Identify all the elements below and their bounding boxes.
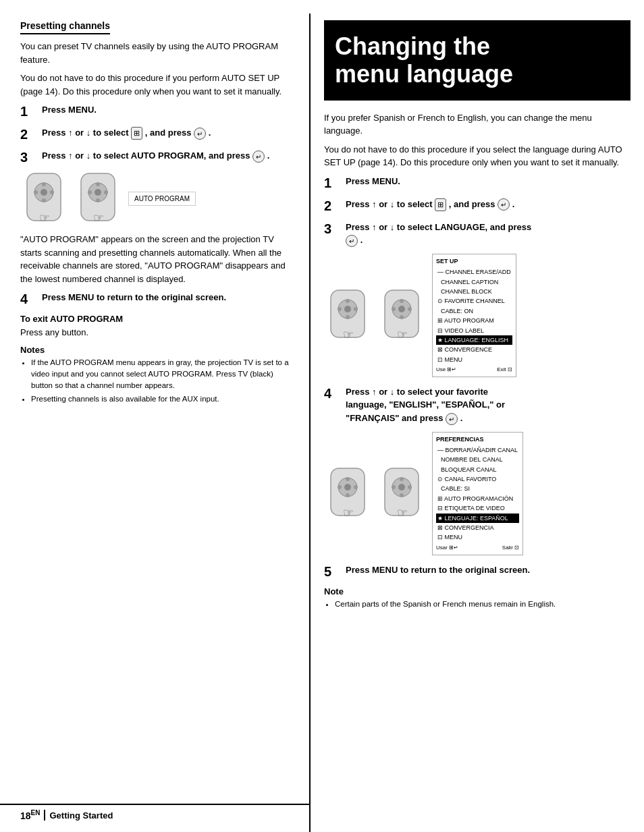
auto-program-screen: AUTO PROGRAM: [128, 192, 196, 206]
svg-point-20: [346, 315, 350, 319]
right-step-1: 1 Press MENU.: [324, 175, 630, 191]
svg-point-46: [408, 485, 412, 489]
svg-point-6: [50, 190, 54, 194]
svg-point-38: [354, 485, 358, 489]
left-column: Presetting channels You can preset TV ch…: [0, 13, 311, 832]
svg-point-11: [96, 182, 100, 186]
svg-point-30: [408, 307, 412, 311]
notes-list: If the AUTO PROGRAM menu appears in gray…: [20, 357, 296, 406]
svg-point-2: [41, 189, 47, 196]
svg-point-28: [400, 315, 404, 319]
left-after-image: "AUTO PROGRAM" appears on the screen and…: [20, 233, 296, 285]
left-step-1: 1 Press MENU.: [20, 103, 296, 119]
note-item-1: If the AUTO PROGRAM menu appears in gray…: [31, 357, 296, 392]
svg-point-43: [400, 477, 404, 481]
note-item-2: Presetting channels is also available fo…: [31, 393, 296, 405]
left-step-4: 4 Press MENU to return to the original s…: [20, 291, 296, 307]
left-section-title: Presetting channels: [20, 20, 296, 40]
right-image-row-2: ☞ ☞ PREFERENCIAS — BORRAR/AÑADIR CANAL N…: [324, 432, 630, 555]
menu-icon-right-step2: ⊞: [435, 198, 446, 211]
right-step-5: 5 Press MENU to return to the original s…: [324, 563, 630, 580]
svg-point-29: [392, 307, 396, 311]
exit-heading: To exit AUTO PROGRAM: [20, 314, 296, 324]
menu-icon-left-step2: ⊞: [131, 127, 142, 140]
svg-point-12: [96, 198, 100, 202]
left-step-3: 3 Press ↑ or ↓ to select AUTO PROGRAM, a…: [20, 149, 296, 165]
remote-image-2: ☞: [74, 172, 122, 225]
right-heading: Changing the menu language: [324, 20, 630, 101]
svg-point-19: [346, 299, 350, 303]
menu-screen-1: SET UP — CHANNEL ERASE/ADD CHANNEL CAPTI…: [432, 254, 516, 377]
right-intro2: You do not have to do this procedure if …: [324, 143, 630, 169]
svg-text:☞: ☞: [397, 328, 408, 341]
right-note-item: Certain parts of the Spanish or French m…: [335, 599, 630, 610]
svg-text:☞: ☞: [39, 211, 50, 225]
enter-icon-right-step3: ↵: [346, 235, 358, 247]
right-column: Changing the menu language If you prefer…: [311, 13, 644, 832]
svg-point-37: [338, 485, 342, 489]
svg-text:☞: ☞: [343, 328, 354, 341]
menu-screen2-title: PREFERENCIAS: [436, 435, 519, 444]
svg-point-21: [338, 307, 342, 311]
right-image-row-1: ☞ ☞ SET UP — CHANNEL ERASE/ADD CHANNEL C…: [324, 254, 630, 377]
right-remote-1: ☞: [324, 289, 371, 341]
page-footer: 18EN Getting Started: [0, 804, 311, 821]
right-note-heading: Note: [324, 586, 630, 597]
right-note-text: Certain parts of the Spanish or French m…: [324, 599, 630, 610]
right-step-4: 4 Press ↑ or ↓ to select your favorite l…: [324, 385, 630, 425]
svg-point-3: [42, 182, 46, 186]
enter-icon-right-step4: ↵: [446, 413, 458, 425]
svg-text:☞: ☞: [93, 211, 104, 225]
remote-image-1: ☞: [20, 172, 68, 225]
menu-screen-2: PREFERENCIAS — BORRAR/AÑADIR CANAL NOMBR…: [432, 432, 523, 555]
svg-point-26: [398, 306, 405, 312]
enter-icon-left-step2: ↵: [194, 128, 206, 140]
left-step-2: 2 Press ↑ or ↓ to select ⊞ , and press ↵…: [20, 126, 296, 142]
svg-point-34: [344, 484, 351, 491]
enter-icon-left-step3: ↵: [252, 150, 265, 163]
svg-text:☞: ☞: [343, 506, 354, 520]
right-remote-4: ☞: [378, 467, 425, 520]
right-step-3: 3 Press ↑ or ↓ to select LANGUAGE, and p…: [324, 221, 630, 247]
footer-section: Getting Started: [49, 810, 113, 821]
svg-point-45: [392, 485, 396, 489]
svg-point-44: [400, 493, 404, 497]
enter-icon-right-step2: ↵: [498, 198, 510, 211]
right-remote-2: ☞: [378, 289, 425, 341]
svg-point-18: [344, 306, 351, 312]
footer-divider: [44, 810, 45, 821]
svg-point-5: [34, 190, 38, 194]
left-image-row: ☞ ☞ AUTO PROGRAM: [20, 172, 296, 225]
page-number: 18EN: [20, 809, 40, 821]
left-step1-text: Press MENU.: [42, 105, 97, 115]
svg-point-4: [42, 198, 46, 202]
svg-text:☞: ☞: [397, 506, 408, 520]
right-remote-3: ☞: [324, 467, 371, 520]
left-intro1: You can preset TV channels easily by usi…: [20, 40, 296, 66]
svg-point-35: [346, 477, 350, 481]
notes-heading: Notes: [20, 345, 296, 355]
right-intro1: If you prefer Spanish or French to Engli…: [324, 111, 630, 138]
svg-point-22: [354, 307, 358, 311]
right-step-2: 2 Press ↑ or ↓ to select ⊞ , and press ↵…: [324, 198, 630, 214]
svg-point-36: [346, 493, 350, 497]
menu-screen1-title: SET UP: [436, 256, 512, 266]
exit-text: Press any button.: [20, 326, 296, 339]
svg-point-27: [400, 299, 404, 303]
svg-point-10: [95, 189, 101, 196]
svg-point-42: [398, 484, 405, 491]
svg-point-13: [88, 190, 92, 194]
left-intro2: You do not have to do this procedure if …: [20, 72, 296, 98]
svg-point-14: [104, 190, 108, 194]
